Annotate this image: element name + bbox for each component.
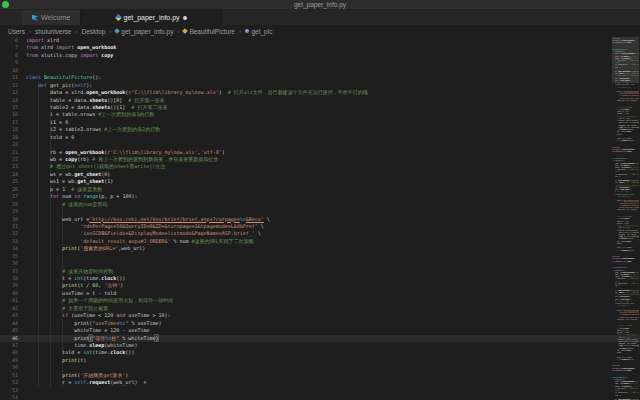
code-line[interactable]: 22 wb = copy(rb) # 将上一次爬到的复制到新表里，并在表里重新添… — [0, 156, 640, 163]
minimap-line: 34 print('搜索页的URL=',web_url) — [612, 318, 639, 320]
code-line[interactable]: 7from xlrd import open_workbook — [0, 44, 640, 51]
code-line[interactable]: 49 print(t) — [0, 357, 640, 364]
minimap-line: 34 print('搜索页的URL=',web_url) — [612, 209, 639, 211]
code-line[interactable]: 19 told = 0 — [0, 134, 640, 141]
line-number: 40 — [0, 290, 26, 297]
editor[interactable]: 6import xlrd7from xlrd import open_workb… — [0, 37, 640, 400]
line-content: r = self.request(web_url) # — [612, 249, 635, 251]
code-line[interactable]: 29 — [0, 208, 640, 215]
minimap-line: 52 r = self.request(web_url) # — [612, 249, 639, 251]
code-line[interactable]: 21 rb = open_workbook(r'C:\\flim\library… — [0, 149, 640, 156]
line-content: told = 0 — [612, 285, 620, 287]
code-line[interactable]: 32 'ix=SCDB&Fields=&DisplayMode=listmode… — [0, 230, 640, 237]
code-line[interactable]: 33 'default_result_aspx#J_ORDER&' % num … — [0, 238, 640, 245]
code-line[interactable]: 44 print("useTime=%s" % useTime) — [0, 320, 640, 327]
line-content: # 通过get_sheet()获取的sheet有write()方法 — [26, 163, 165, 170]
line-content: 'default_result_aspx#J_ORDER&' % num #这里… — [26, 238, 254, 245]
code-line[interactable]: 25 ws1 = wb.get_sheet(1) — [0, 178, 640, 185]
code-line[interactable]: 14 table = data.sheets()[0] # 打开第一张表 — [0, 97, 640, 104]
code-line[interactable]: 26 p = 1 # 这里是页数 — [0, 186, 640, 193]
code-line[interactable]: 48 told = int(time.clock()) — [0, 349, 640, 356]
line-content: time.sleep(whiteTime) — [26, 342, 137, 349]
tab-get-paper-info[interactable]: get_paper_info.py — [81, 10, 222, 25]
breadcrumb-item-users[interactable]: Users — [8, 28, 25, 35]
breadcrumb-item-user-folder[interactable]: shuiuniverse — [35, 28, 72, 35]
code-line[interactable]: 8from xlutils.copy import copy — [0, 52, 640, 59]
line-number: 8 — [0, 52, 26, 59]
code-line[interactable]: 12 def get_pic(self): — [0, 82, 640, 89]
code-line[interactable]: 27 for num in range(p, p + 100): — [0, 193, 640, 200]
minimap[interactable]: 6import xlrd7from xlrd import open_workb… — [612, 37, 639, 400]
line-content: whiteTime = 120 - useTime — [26, 327, 149, 334]
breadcrumb-item-method[interactable]: get_pic — [245, 28, 272, 35]
code-line[interactable]: 41 # 如果一个周期的时间使用太短，则等待一段时间 — [0, 297, 640, 304]
code-line[interactable]: 53 — [0, 387, 640, 394]
line-content: # 这里的num是页码 — [612, 195, 630, 197]
breadcrumb-item-desktop[interactable]: Desktop — [81, 28, 105, 35]
tab-bar: Welcome get_paper_info.py — [0, 10, 640, 25]
code-line[interactable]: 36 — [0, 260, 640, 267]
breadcrumb-item-class[interactable]: BeautifulPicture — [183, 28, 235, 35]
code-line[interactable]: 45 whiteTime = 120 - useTime — [0, 327, 640, 334]
code-line[interactable]: 18 i2 = table2.nrows #上一次爬到的表2的行数 — [0, 126, 640, 133]
line-content: print("等待%s秒" % whiteTime) — [26, 335, 158, 342]
code-line[interactable]: 28 # 这里的num是页码 — [0, 201, 640, 208]
line-number: 37 — [0, 268, 26, 275]
line-number: 31 — [0, 223, 26, 230]
tab-welcome[interactable]: Welcome — [22, 10, 81, 25]
code-line[interactable]: 16 i = table.nrows #上一次爬到的表1的行数 — [0, 111, 640, 118]
line-number: 10 — [0, 67, 26, 74]
code-line[interactable]: 40 useTime = t - told — [0, 290, 640, 297]
code-line[interactable]: 9 — [0, 59, 640, 66]
line-number: 17 — [0, 119, 26, 126]
code-line[interactable]: 35 — [0, 253, 640, 260]
modified-dot-icon[interactable] — [183, 16, 187, 20]
code-line[interactable]: 38 t = int(time.clock()) — [0, 275, 640, 282]
line-number: 34 — [0, 245, 26, 252]
welcome-preview-icon — [32, 15, 38, 21]
line-number: 43 — [0, 312, 26, 319]
line-content: from xlutils.copy import copy — [26, 52, 113, 59]
code-line[interactable]: 11class BeautifulPicture(): — [0, 74, 640, 81]
code-area[interactable]: 6import xlrd7from xlrd import open_workb… — [0, 37, 640, 400]
code-line[interactable]: 54 — [0, 394, 640, 400]
minimap-line: 52 r = self.request(web_url) # — [612, 140, 639, 142]
code-line[interactable]: 43 if (useTime < 120 and useTime > 10): — [0, 312, 640, 319]
line-content: useTime = t - told — [26, 290, 116, 297]
line-number: 33 — [0, 238, 26, 245]
line-content: told = 0 — [612, 394, 620, 396]
code-line[interactable]: 30 web_url ='http://kns.cnki.net/kns/bri… — [0, 216, 640, 223]
window-title: get_paper_info.py — [294, 1, 346, 8]
code-line[interactable]: 10 — [0, 67, 640, 74]
line-number: 21 — [0, 149, 26, 156]
breadcrumb-item-file[interactable]: get_paper_info.py — [115, 28, 173, 35]
line-content: i1 = 0 — [26, 119, 68, 126]
line-content: print('开始网页get请求') — [26, 372, 128, 379]
line-number: 52 — [0, 379, 26, 386]
line-content: print('搜索页的URL=',web_url) — [612, 318, 637, 320]
code-line[interactable]: 17 i1 = 0 — [0, 119, 640, 126]
code-line[interactable]: 42 # 主要用于防止被禁 — [0, 305, 640, 312]
code-line[interactable]: 34 print('搜索页的URL=',web_url) — [0, 245, 640, 252]
traffic-light-green-icon[interactable] — [2, 1, 9, 8]
line-content: print('搜索页的URL=',web_url) — [26, 245, 145, 252]
code-line[interactable]: 20 — [0, 141, 640, 148]
code-line[interactable]: 50 — [0, 364, 640, 371]
line-content: from xlutils.copy import copy — [612, 41, 631, 43]
code-line[interactable]: 39 print(t / 60, '分钟') — [0, 282, 640, 289]
class-symbol-icon — [183, 28, 189, 34]
code-line[interactable]: 47 time.sleep(whiteTime) — [0, 342, 640, 349]
code-line[interactable]: 13 data = xlrd.open_workbook(r'C:\\flim\… — [0, 89, 640, 96]
code-line[interactable]: 46 print("等待%s秒" % whiteTime) — [0, 335, 640, 342]
line-content: class BeautifulPicture(): — [26, 74, 101, 81]
code-line[interactable]: 31 'rdsPerPage=50&QueryID=0&ID=&turnpage… — [0, 223, 640, 230]
code-line[interactable]: 51 print('开始网页get请求') — [0, 372, 640, 379]
line-number: 54 — [0, 394, 26, 400]
code-line[interactable]: 37 # 这里开始是时间控制 — [0, 268, 640, 275]
line-content: print(t) — [612, 242, 621, 244]
code-line[interactable]: 52 r = self.request(web_url) # — [0, 379, 640, 386]
code-line[interactable]: 23 # 通过get_sheet()获取的sheet有write()方法 — [0, 163, 640, 170]
code-line[interactable]: 24 ws = wb.get_sheet(0) — [0, 171, 640, 178]
code-line[interactable]: 15 table2 = data.sheets()[1] # 打开第二张表 — [0, 104, 640, 111]
code-line[interactable]: 6import xlrd — [0, 37, 640, 44]
